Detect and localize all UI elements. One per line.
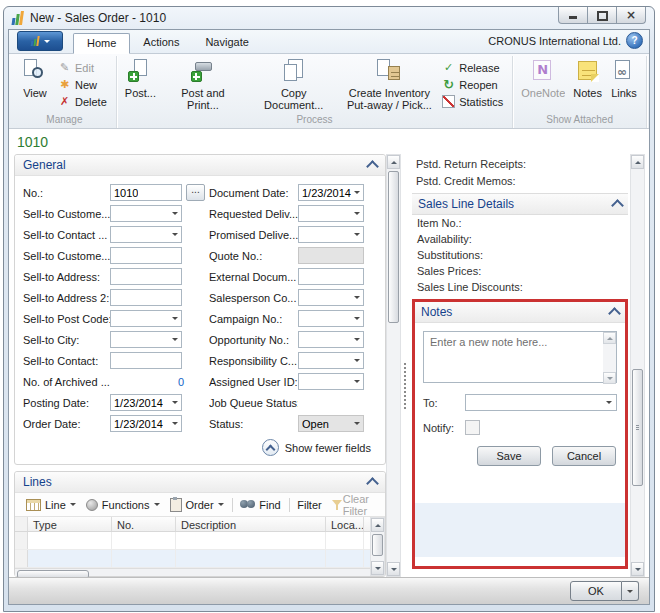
reopen-button[interactable]: ↻Reopen [439,76,506,93]
dropdown-arrow-icon[interactable] [172,233,178,239]
scroll-down-button[interactable] [387,562,400,576]
scrollbar-thumb[interactable] [372,534,383,556]
collapse-chevron-icon[interactable] [366,477,379,490]
dropdown-arrow-icon[interactable] [354,380,360,386]
scroll-down-button[interactable] [603,372,616,384]
links-button[interactable]: ∞Links [607,56,641,112]
row-selector[interactable] [15,550,28,567]
cell-description[interactable] [176,532,326,549]
scroll-down-button[interactable] [631,562,644,576]
field-input[interactable] [110,226,182,243]
cell-description[interactable] [176,550,326,567]
minimize-button[interactable] [558,7,588,24]
tab-home[interactable]: Home [73,33,130,54]
scrollbar-thumb[interactable] [632,369,643,486]
field-input[interactable] [298,205,364,222]
scrollbar-thumb[interactable] [17,570,89,577]
cell-loca[interactable] [326,532,364,549]
dropdown-arrow-icon[interactable] [354,296,360,302]
cell-type[interactable] [28,550,112,567]
lines-row[interactable] [15,532,370,550]
lines-row[interactable] [15,550,370,568]
sales-line-details-header[interactable]: Sales Line Details [412,193,628,215]
ok-button-label[interactable]: OK [570,581,622,601]
lines-vertical-scrollbar[interactable] [370,517,385,576]
dropdown-arrow-icon[interactable] [172,317,178,323]
cell-loca[interactable] [326,550,364,567]
post-button[interactable]: Post... [122,56,159,112]
new-button[interactable]: ✱New [55,76,110,93]
field-input[interactable]: 1/23/2014 [298,184,364,201]
lines-horizontal-scrollbar[interactable] [15,568,370,576]
field-input[interactable]: 1010 [110,184,182,201]
notes-header[interactable]: Notes [415,302,625,323]
dropdown-arrow-icon[interactable] [354,359,360,365]
order-button[interactable]: Order [165,496,229,514]
scrollbar-thumb[interactable] [388,171,399,323]
field-drilldown-value[interactable]: 0 [110,376,184,388]
scroll-up-button[interactable] [371,518,384,532]
cell-type[interactable] [28,532,112,549]
scroll-up-button[interactable] [603,332,616,344]
post-and-print-button[interactable]: Post and Print... [161,56,245,112]
copy-document-button[interactable]: Copy Document... [247,56,341,112]
new-note-input[interactable] [423,331,617,383]
scroll-down-button[interactable] [371,561,384,575]
dropdown-arrow-icon[interactable] [172,422,178,428]
help-icon[interactable]: ? [626,32,643,49]
save-note-button[interactable]: Save [477,446,541,466]
scroll-up-button[interactable] [631,155,644,169]
functions-button[interactable]: Functions [81,497,165,513]
assist-edit-button[interactable]: ... [186,184,205,201]
dropdown-arrow-icon[interactable] [172,338,178,344]
tab-actions[interactable]: Actions [130,33,192,53]
view-button[interactable]: View [18,56,52,112]
cell-no[interactable] [112,532,176,549]
cancel-note-button[interactable]: Cancel [552,446,616,466]
field-input[interactable] [110,247,182,264]
line-button[interactable]: Line [21,497,81,513]
delete-button[interactable]: ✗Delete [55,93,110,110]
collapse-chevron-icon[interactable] [611,199,624,212]
dropdown-arrow-icon[interactable] [172,212,178,218]
close-button[interactable]: × [616,7,646,24]
form-vertical-scrollbar[interactable] [386,154,401,577]
statistics-button[interactable]: Statistics [439,93,506,110]
release-button[interactable]: ✓Release [439,59,506,76]
note-scrollbar[interactable] [603,332,616,384]
collapse-chevron-icon[interactable] [608,307,621,320]
dropdown-arrow-icon[interactable] [172,401,178,407]
field-input[interactable] [110,268,182,285]
field-input[interactable] [298,268,364,285]
field-input[interactable] [110,310,182,327]
column-header-no[interactable]: No. [112,517,176,531]
dropdown-arrow-icon[interactable] [354,338,360,344]
tab-navigate[interactable]: Navigate [192,33,261,53]
to-recipient-select[interactable] [465,394,617,411]
field-input[interactable] [298,373,364,390]
dropdown-arrow-icon[interactable] [354,317,360,323]
column-header-loca[interactable]: Loca... [326,517,364,531]
ok-button[interactable]: OK [570,581,639,601]
field-input[interactable] [110,289,182,306]
filter-button[interactable]: Filter [292,497,326,513]
collapse-chevron-icon[interactable] [366,160,379,173]
field-input[interactable]: 1/23/2014 [110,415,182,432]
general-fasttab-header[interactable]: General [15,155,385,176]
factbox-splitter[interactable] [401,154,408,577]
application-menu-button[interactable] [17,31,63,51]
ok-dropdown-button[interactable] [622,581,639,601]
field-input[interactable] [298,226,364,243]
find-button[interactable]: Find [235,497,285,513]
column-header-description[interactable]: Description [176,517,326,531]
field-input[interactable] [298,310,364,327]
notify-checkbox[interactable] [465,420,480,435]
maximize-button[interactable] [587,7,617,24]
field-input[interactable] [110,352,182,369]
column-header-type[interactable]: Type [28,517,112,531]
dropdown-arrow-icon[interactable] [354,191,360,197]
notes-button[interactable]: Notes [570,56,605,112]
scroll-up-button[interactable] [387,155,400,169]
row-selector[interactable] [15,532,28,549]
field-input[interactable] [110,331,182,348]
